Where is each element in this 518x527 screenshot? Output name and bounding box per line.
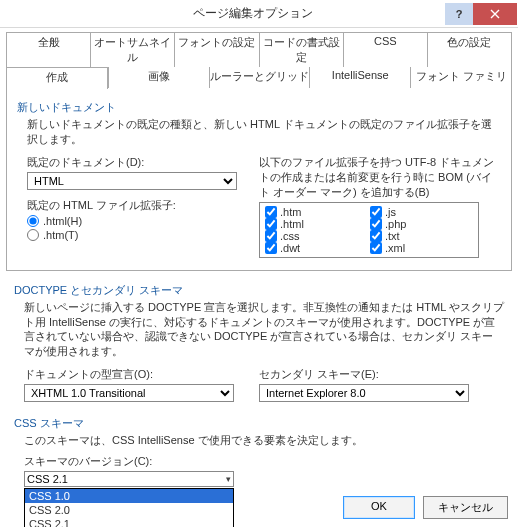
group-css-schema: CSS スキーマ	[14, 416, 504, 431]
tab-row-2: 作成 画像 ルーラーとグリッド IntelliSense フォント ファミリ	[6, 67, 512, 88]
chk-html[interactable]: .html	[265, 218, 360, 230]
schema-option[interactable]: CSS 1.0	[25, 489, 233, 503]
doctype-desc: 新しいページに挿入する DOCTYPE 宣言を選択します。非互換性の通知または …	[24, 300, 504, 359]
schema-version-dropdown[interactable]: CSS 2.1 ▾ CSS 1.0 CSS 2.0 CSS 2.1 CSS 3 …	[24, 471, 234, 487]
ext-radio-group: .html(H) .htm(T)	[27, 215, 259, 241]
doctype-select[interactable]: XHTML 1.0 Transitional	[24, 384, 234, 402]
tab-image[interactable]: 画像	[108, 67, 209, 88]
titlebar: ページ編集オプション ?	[0, 0, 518, 28]
tab-color-settings[interactable]: 色の設定	[427, 32, 512, 67]
schema-version-list: CSS 1.0 CSS 2.0 CSS 2.1 CSS 3 draft CSS …	[24, 488, 234, 527]
group-doctype: DOCTYPE とセカンダリ スキーマ	[14, 283, 504, 298]
schema-version-field[interactable]: CSS 2.1 ▾	[24, 471, 234, 487]
window-title: ページ編集オプション	[0, 5, 445, 22]
dialog-footer: OK キャンセル	[343, 496, 508, 519]
close-icon	[490, 9, 500, 19]
tab-autothumbnail[interactable]: オートサムネイル	[90, 32, 174, 67]
new-document-desc: 新しいドキュメントの既定の種類と、新しい HTML ドキュメントの既定のファイル…	[27, 117, 501, 147]
tab-css[interactable]: CSS	[343, 32, 427, 67]
chk-php[interactable]: .php	[370, 218, 465, 230]
default-doc-label: 既定のドキュメント(D):	[27, 155, 259, 170]
utf8-desc: 以下のファイル拡張子を持つ UTF-8 ドキュメントの作成または名前変更を行う時…	[259, 155, 501, 200]
chk-htm[interactable]: .htm	[265, 206, 360, 218]
chk-dwt[interactable]: .dwt	[265, 242, 360, 254]
tab-general[interactable]: 全般	[6, 32, 90, 67]
tab-code-format[interactable]: コードの書式設定	[259, 32, 343, 67]
chk-txt[interactable]: .txt	[370, 230, 465, 242]
chevron-down-icon: ▾	[226, 474, 231, 484]
default-doc-select[interactable]: HTML	[27, 172, 237, 190]
tab-body: 新しいドキュメント 新しいドキュメントの既定の種類と、新しい HTML ドキュメ…	[6, 87, 512, 271]
group-new-document: 新しいドキュメント	[17, 100, 501, 115]
tab-container: 全般 オートサムネイル フォントの設定 コードの書式設定 CSS 色の設定 作成…	[0, 28, 518, 271]
cancel-button[interactable]: キャンセル	[423, 496, 508, 519]
tab-ruler-grid[interactable]: ルーラーとグリッド	[209, 67, 310, 88]
help-button[interactable]: ?	[445, 3, 473, 25]
chk-css[interactable]: .css	[265, 230, 360, 242]
secondary-select[interactable]: Internet Explorer 8.0	[259, 384, 469, 402]
radio-html[interactable]: .html(H)	[27, 215, 259, 227]
tab-row-1: 全般 オートサムネイル フォントの設定 コードの書式設定 CSS 色の設定	[6, 32, 512, 67]
ok-button[interactable]: OK	[343, 496, 415, 519]
secondary-label: セカンダリ スキーマ(E):	[259, 367, 504, 382]
css-schema-desc: このスキーマは、CSS IntelliSense で使用できる要素を決定します。	[24, 433, 504, 448]
tab-authoring[interactable]: 作成	[6, 67, 108, 89]
bom-ext-list: .htm .js .html .php .css .txt .dwt .xml	[259, 202, 479, 258]
schema-option[interactable]: CSS 2.0	[25, 503, 233, 517]
close-button[interactable]	[473, 3, 517, 25]
lower-panel: DOCTYPE とセカンダリ スキーマ 新しいページに挿入する DOCTYPE …	[0, 271, 518, 493]
chk-xml[interactable]: .xml	[370, 242, 465, 254]
schema-option[interactable]: CSS 2.1	[25, 517, 233, 527]
tab-font-family[interactable]: フォント ファミリ	[410, 67, 512, 88]
doctype-label: ドキュメントの型宣言(O):	[24, 367, 259, 382]
chk-js[interactable]: .js	[370, 206, 465, 218]
radio-htm[interactable]: .htm(T)	[27, 229, 259, 241]
schema-version-label: スキーマのバージョン(C):	[24, 454, 504, 469]
tab-font-settings[interactable]: フォントの設定	[174, 32, 258, 67]
tab-intellisense[interactable]: IntelliSense	[309, 67, 410, 88]
default-ext-label: 既定の HTML ファイル拡張子:	[27, 198, 259, 213]
